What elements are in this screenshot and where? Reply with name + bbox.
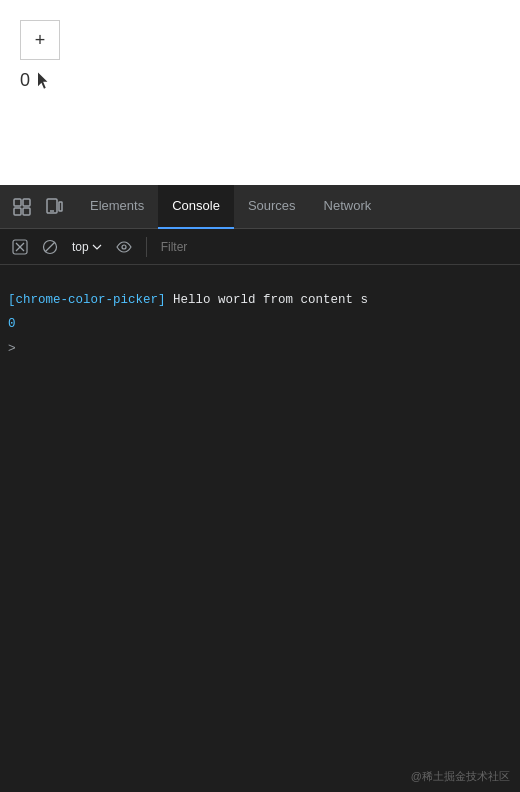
tab-network[interactable]: Network	[310, 185, 386, 229]
tab-elements-label: Elements	[90, 198, 144, 213]
caret-symbol: >	[8, 340, 16, 355]
console-number-line: 0	[0, 314, 520, 334]
console-toolbar: top	[0, 229, 520, 265]
log-prefix: [chrome-color-picker]	[8, 293, 166, 307]
cursor-icon	[38, 72, 50, 90]
tab-network-label: Network	[324, 198, 372, 213]
watermark: @稀土掘金技术社区	[411, 769, 510, 784]
log-text: Hello world from content s	[166, 293, 369, 307]
browser-content: + 0	[0, 0, 520, 185]
device-icon	[45, 198, 63, 216]
block-icon	[42, 239, 58, 255]
svg-rect-2	[23, 199, 30, 206]
devtools-icon-group	[0, 193, 76, 221]
devtools-tabs-bar: Elements Console Sources Network	[0, 185, 520, 229]
inspect-icon-button[interactable]	[8, 193, 36, 221]
devtools-panel: Elements Console Sources Network	[0, 185, 520, 792]
tab-console[interactable]: Console	[158, 185, 234, 229]
tab-console-label: Console	[172, 198, 220, 213]
console-number-value: 0	[8, 317, 16, 331]
filter-input[interactable]	[157, 238, 512, 256]
block-icon-button[interactable]	[38, 235, 62, 259]
counter-display: 0	[20, 70, 50, 91]
context-value: top	[72, 240, 89, 254]
console-output: [chrome-color-picker] Hello world from c…	[0, 265, 520, 792]
context-selector[interactable]: top	[68, 238, 106, 256]
tab-elements[interactable]: Elements	[76, 185, 158, 229]
plus-button[interactable]: +	[20, 20, 60, 60]
plus-label: +	[35, 30, 46, 51]
eye-icon-button[interactable]	[112, 235, 136, 259]
tab-sources-label: Sources	[248, 198, 296, 213]
tab-sources[interactable]: Sources	[234, 185, 310, 229]
console-log-line: [chrome-color-picker] Hello world from c…	[0, 269, 520, 314]
clear-console-button[interactable]	[8, 235, 32, 259]
svg-rect-5	[59, 202, 62, 211]
svg-rect-0	[14, 199, 21, 206]
inspect-icon	[13, 198, 31, 216]
toolbar-divider	[146, 237, 147, 257]
eye-icon	[116, 241, 132, 253]
svg-rect-3	[23, 208, 30, 215]
svg-rect-1	[14, 208, 21, 215]
clear-icon	[12, 239, 28, 255]
device-toolbar-button[interactable]	[40, 193, 68, 221]
watermark-text: @稀土掘金技术社区	[411, 770, 510, 782]
svg-point-12	[122, 245, 126, 249]
svg-line-11	[45, 242, 55, 252]
console-message: [chrome-color-picker] Hello world from c…	[8, 272, 368, 310]
chevron-down-icon	[92, 244, 102, 250]
console-input-caret[interactable]: >	[0, 334, 520, 361]
counter-value: 0	[20, 70, 30, 91]
